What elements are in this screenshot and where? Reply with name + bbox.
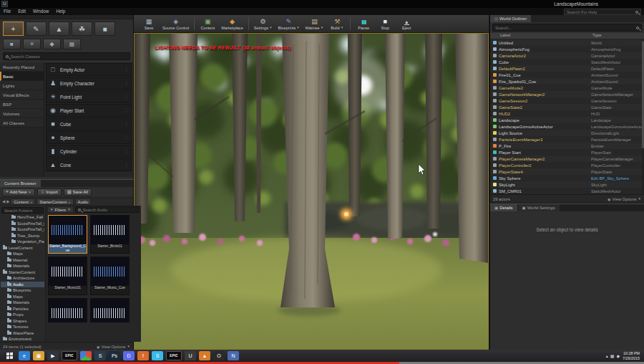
toolbar-button[interactable]: Build ▼ [326,15,348,32]
tray-icon[interactable]: ▦ [610,353,615,358]
add-new-button[interactable]: + Add New ▼ [2,188,35,196]
toolbar-button[interactable]: ▼ [194,17,195,30]
outliner-row[interactable]: SM_CMR01 StaticMeshActor [490,188,644,194]
drag-handle-icon[interactable]: ⋮ [124,121,129,127]
placeable-actor[interactable]: ◉ Player Start ⋮ [46,104,132,117]
outliner-row[interactable]: GameNetworkManager2 GameNetworkManager [490,91,644,97]
start-button[interactable] [3,350,16,361]
taskbar-app-icon[interactable]: ▣ [33,351,44,360]
menu-item[interactable]: Edit [14,8,29,15]
folders-search-input[interactable] [4,209,41,213]
menu-item[interactable]: Help [52,8,69,15]
placement-category[interactable]: Basic [0,72,44,81]
folder-item[interactable]: ScotsPineTall_01 [1,221,44,227]
outliner-row[interactable]: CameraActor2 CameraActor [490,52,644,59]
asset-tile[interactable]: Starter_Background_Cue [48,215,87,254]
folder-item[interactable]: Textures [1,324,44,330]
outliner-row[interactable]: Landscape Landscape [490,117,644,123]
outliner-row[interactable]: Fire01_Cue AmbientSound [490,72,644,78]
outliner-row[interactable]: DefaultPawn2 DefaultPawn [490,65,644,72]
placement-category[interactable]: Volumes [0,109,44,118]
outliner-row[interactable]: GameSession2 GameSession [490,97,644,104]
taskbar-app-icon[interactable]: EPIC [166,351,182,360]
placeable-actor[interactable]: ☀ Point Light ⋮ [46,90,132,103]
outliner-row[interactable]: PlayerCameraManager2 PlayerCameraManager [490,155,644,162]
mode-subtab-icon[interactable]: ☀ [23,39,41,49]
menu-item[interactable]: Window [29,8,52,15]
outliner-row[interactable]: Untitled World [490,39,644,46]
asset-tile[interactable] [90,298,130,322]
taskbar-app-icon[interactable]: U [185,351,196,360]
asset-tile[interactable] [48,298,87,322]
folder-item[interactable]: Blueprints [1,287,44,294]
outliner-row[interactable]: GameState2 GameState [490,104,644,110]
taskbar-app-icon[interactable] [80,351,92,360]
classes-search[interactable] [3,52,130,60]
toolbar-button[interactable]: ▼ [350,17,351,30]
placeable-actor[interactable]: ▮ Cylinder ⋮ [46,145,132,158]
breadcrumb-item[interactable]: Audio [75,198,92,205]
outliner-row[interactable]: HUD2 HUD [490,110,644,117]
column-header-type[interactable]: Type [592,33,644,39]
filters-button[interactable]: ▼ Filters ▼ [47,206,74,213]
outliner-search[interactable] [492,24,642,32]
taskbar-app-icon[interactable]: e [19,351,30,360]
outliner-search-input[interactable] [495,26,634,30]
mode-tab-icon[interactable]: ■ [94,21,115,36]
details-tab[interactable]: ▣ World Settings [518,204,560,211]
folder-item[interactable]: Particles [1,306,44,312]
asset-tile[interactable]: Starter_Music01 [48,257,87,295]
outliner-row[interactable]: AtmosphericFog AtmosphericFog [490,46,644,52]
taskbar-app-icon[interactable]: Ps [109,351,120,360]
placeable-actor[interactable]: ▲ Cone ⋮ [46,158,132,171]
toolbar-button[interactable]: Source Control ▼ [160,15,192,32]
import-button[interactable]: ⇩ Import [37,188,62,196]
toolbar-button[interactable]: Matinee ▼ [303,15,326,32]
folder-item[interactable]: Environment [1,336,44,343]
folder-item[interactable]: Materials [1,300,44,306]
placeable-actor[interactable]: ■ Cube ⋮ [46,118,132,130]
taskbar-app-icon[interactable]: EPIC [62,351,77,360]
cb-view-options[interactable]: View Options [101,345,125,349]
folder-item[interactable]: ScotsPineTall_02 [1,226,44,233]
toolbar-button[interactable]: Blueprints ▼ [275,15,302,32]
taskbar-app-icon[interactable]: O [213,351,225,360]
forward-arrow-icon[interactable]: ▶ [6,199,9,203]
mode-subtab-icon[interactable]: ◆ [43,39,61,49]
drag-handle-icon[interactable]: ⋮ [124,67,129,72]
toolbar-button[interactable]: ▼ [248,17,249,30]
placement-category[interactable]: Recently Placed [0,62,44,72]
folder-item[interactable]: Audio [1,282,44,288]
outliner-row[interactable]: P_Fire Emitter [490,143,644,149]
back-arrow-icon[interactable]: ◀ [2,199,5,203]
mode-tab-icon[interactable]: ☘ [72,21,92,36]
folder-item[interactable]: StarterContent [1,269,44,276]
folder-item[interactable]: Maps [1,251,44,257]
outliner-row[interactable]: LandscapeGizmoActiveActor LandscapeGizmo… [490,123,644,130]
drag-handle-icon[interactable]: ⋮ [124,148,129,154]
placeable-actor[interactable]: □ Empty Actor ⋮ [46,63,132,76]
save-all-button[interactable]: ▦ Save All [64,188,92,196]
details-tab[interactable]: ▣ Details [490,204,518,211]
mode-subtab-icon[interactable]: ▦ [63,39,81,49]
outliner-row[interactable]: Fire_Sparks01_Cue AmbientSound [490,78,644,85]
folder-item[interactable]: Vegetation_Pack [1,239,44,245]
taskbar-clock[interactable]: 10:28 PM 7/29/2015 [623,351,641,361]
asset-tile[interactable]: Starter_Music_Cue [90,257,130,295]
taskbar-app-icon[interactable]: N [228,351,239,360]
outliner-view-options[interactable]: View Options [612,197,636,201]
toolbar-button[interactable]: Pause ▼ [353,15,374,32]
outliner-row[interactable]: Cube StaticMeshActor [490,59,644,65]
taskbar-app-icon[interactable]: ▶ [47,351,59,360]
folder-item[interactable]: Materials [1,263,44,269]
placeable-actor[interactable]: ● Sphere ⋮ [46,131,132,144]
drag-handle-icon[interactable]: ⋮ [124,135,129,140]
mode-subtab-icon[interactable]: ■ [3,39,21,49]
taskbar-app-icon[interactable]: S [94,351,106,360]
folder-item[interactable]: Material [1,257,44,264]
folder-item[interactable]: Architecture [1,275,44,282]
toolbar-button[interactable]: Content ▼ [197,15,218,32]
mode-tab-icon[interactable]: ✎ [26,21,47,36]
tray-icon[interactable]: ◆ [616,353,620,358]
outliner-row[interactable]: Sky Sphere Edit BP_Sky_Sphere [490,175,644,181]
